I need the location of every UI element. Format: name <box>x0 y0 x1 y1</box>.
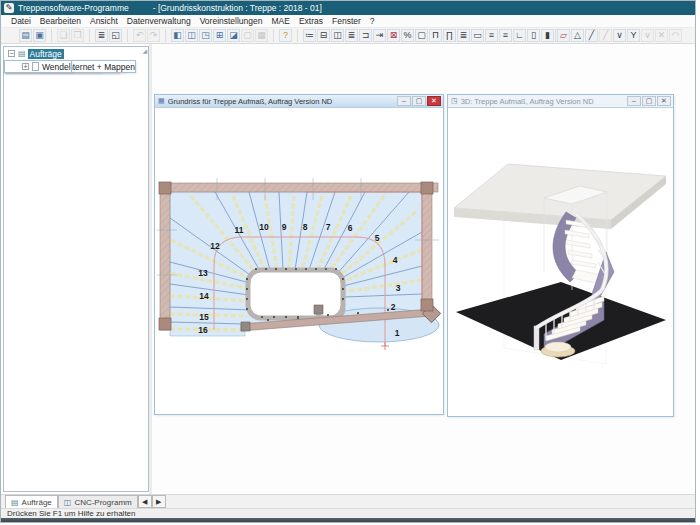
view3d-window-titlebar[interactable]: ◳ 3D: Treppe Aufmaß, Auftrag Version ND … <box>448 95 673 108</box>
railing-posts-button[interactable]: Π <box>429 29 442 42</box>
menu-fenster[interactable]: Fenster <box>332 16 361 26</box>
railing-dense-icon: ≣ <box>458 30 469 41</box>
cascade-windows-button[interactable]: ⊟ <box>317 29 330 42</box>
dimension-percent-icon: % <box>402 30 413 41</box>
undo-button: ↶ <box>133 29 146 42</box>
plan-stairwell <box>248 270 343 318</box>
close-button[interactable]: ✕ <box>427 96 441 106</box>
tree-view-button[interactable]: ≔ <box>303 29 316 42</box>
line-button[interactable]: ╱ <box>585 29 598 42</box>
view3d-window-icon: ◳ <box>451 97 458 105</box>
delete-button[interactable]: ⊠ <box>387 29 400 42</box>
frame-button[interactable]: ▭ <box>471 29 484 42</box>
menu-voreinstellungen[interactable]: Voreinstellungen <box>200 16 263 26</box>
window-split-button[interactable]: ◫ <box>185 29 198 42</box>
railing-rails-icon: ∏ <box>444 30 455 41</box>
tab-scroll-left-button[interactable]: ◀ <box>138 495 152 508</box>
collapse-icon[interactable]: − <box>8 50 15 57</box>
view3d-window-title: 3D: Treppe Aufmaß, Auftrag Version ND <box>461 97 626 106</box>
print-preview-button[interactable]: ◱ <box>109 29 122 42</box>
window-combined-button[interactable]: ◪ <box>227 29 240 42</box>
railing-rails-button[interactable]: ∏ <box>443 29 456 42</box>
redo-button: ↷ <box>147 29 160 42</box>
tab-cnc-programm[interactable]: ◫ CNC-Programm <box>58 495 138 508</box>
newel-button[interactable]: ▮ <box>541 29 554 42</box>
post-button[interactable]: ▯ <box>527 29 540 42</box>
treads-wide-button[interactable]: ≡ <box>499 29 512 42</box>
new-icon: ▤ <box>20 30 31 41</box>
menu-bearbeiten[interactable]: Bearbeiten <box>40 16 81 26</box>
window-grid-button[interactable]: ⊞ <box>213 29 226 42</box>
polyline-x-icon: ✕ <box>656 30 667 41</box>
title-bar[interactable]: ✎ Treppensoftware-Programme - [Grundriss… <box>1 1 695 15</box>
arc-button: ◠ <box>669 29 682 42</box>
save-button[interactable]: ▣ <box>33 29 46 42</box>
window-3d-button[interactable]: ◳ <box>199 29 212 42</box>
post-icon: ▯ <box>528 30 539 41</box>
svg-text:15: 15 <box>199 312 209 322</box>
details-list-button[interactable]: ≣ <box>345 29 358 42</box>
maximize-button[interactable]: ▢ <box>412 96 426 106</box>
svg-text:14: 14 <box>199 291 209 301</box>
menu-datei[interactable]: Datei <box>11 16 31 26</box>
window-bottom-edge <box>1 518 695 522</box>
treads-icon: ≡ <box>486 30 497 41</box>
document-title: - [Grundrisskonstruktion : Treppe : 2018… <box>153 3 322 13</box>
expand-icon[interactable]: + <box>22 63 29 70</box>
menu-extras[interactable]: Extras <box>299 16 323 26</box>
tree-item-wendel[interactable]: + Wendel <box>4 60 72 73</box>
help-button[interactable]: ? <box>279 29 292 42</box>
menu-datenverwaltung[interactable]: Datenverwaltung <box>127 16 191 26</box>
svg-text:16: 16 <box>198 325 208 335</box>
svg-text:5: 5 <box>375 233 380 243</box>
tree-root-auftraege[interactable]: − ▤ Aufträge <box>4 47 148 60</box>
menu-help[interactable]: ? <box>370 16 375 26</box>
polyline-v-button[interactable]: ∨ <box>613 29 626 42</box>
polyline-y-button[interactable]: Y <box>627 29 640 42</box>
new-button[interactable]: ▤ <box>19 29 32 42</box>
dimension-percent-button[interactable]: % <box>401 29 414 42</box>
menu-mae[interactable]: MAE <box>272 16 290 26</box>
tab-scroll-right-button[interactable]: ▶ <box>152 495 166 508</box>
paste-button: ❐ <box>71 29 84 42</box>
redo-icon: ↷ <box>148 30 159 41</box>
blank-plan-button[interactable]: ▢ <box>415 29 428 42</box>
window-3d-icon: ◳ <box>200 30 211 41</box>
copy-button: ❏ <box>57 29 70 42</box>
toolbar: ▤▣❏❐≣◱↶↷◧◫◳⊞◪▢▦?≔⊟◫≣⊐⇥⊠ %▢Π∏≣▭≡≡∟▯▮◪ ▱△╱… <box>1 28 695 44</box>
plan-window-titlebar[interactable]: ▦ Grundriss für Treppe Aufmaß, Auftrag V… <box>155 95 443 108</box>
treads-wide-icon: ≡ <box>500 30 511 41</box>
svg-text:4: 4 <box>393 255 398 265</box>
angle-stringer-icon: ∟ <box>514 30 525 41</box>
triangle-button[interactable]: △ <box>571 29 584 42</box>
railing-dense-button[interactable]: ≣ <box>457 29 470 42</box>
polygon-select-icon: ▱ <box>558 30 569 41</box>
tile-windows-button[interactable]: ◫ <box>331 29 344 42</box>
cnc-icon: ◫ <box>64 498 72 507</box>
window-plan-button[interactable]: ◧ <box>171 29 184 42</box>
close-window-button[interactable]: ⊐ <box>359 29 372 42</box>
exit-button[interactable]: ⇥ <box>373 29 386 42</box>
angle-stringer-button[interactable]: ∟ <box>513 29 526 42</box>
status-text: Drücken Sie F1 um Hilfe zu erhalten <box>7 509 136 518</box>
tree-view-icon: ≔ <box>304 30 315 41</box>
toolbar-separator <box>161 29 166 42</box>
tree-item-label: Wendel <box>42 62 71 72</box>
treads-button[interactable]: ≡ <box>485 29 498 42</box>
minimize-button[interactable]: – <box>397 96 411 106</box>
bottom-tab-bar: ▤ Aufträge ◫ CNC-Programm ◀ ▶ <box>1 494 695 508</box>
close-button[interactable]: ✕ <box>657 96 671 106</box>
window-extra-b-button: ▦ <box>255 29 268 42</box>
polyline-x-button: ✕ <box>655 29 668 42</box>
close-window-icon: ⊐ <box>360 30 371 41</box>
railing-posts-icon: Π <box>430 30 441 41</box>
menu-ansicht[interactable]: Ansicht <box>90 16 118 26</box>
minimize-button[interactable]: – <box>627 96 641 106</box>
view3d-canvas[interactable] <box>448 122 672 416</box>
polygon-select-button[interactable]: ▱ <box>557 29 570 42</box>
tab-auftraege[interactable]: ▤ Aufträge <box>5 495 58 508</box>
maximize-button[interactable]: ▢ <box>642 96 656 106</box>
plan-canvas[interactable]: 1 2 3 4 5 6 7 8 9 10 11 12 13 <box>157 170 443 356</box>
print-button[interactable]: ≣ <box>95 29 108 42</box>
plan-window-icon: ▦ <box>158 97 165 105</box>
